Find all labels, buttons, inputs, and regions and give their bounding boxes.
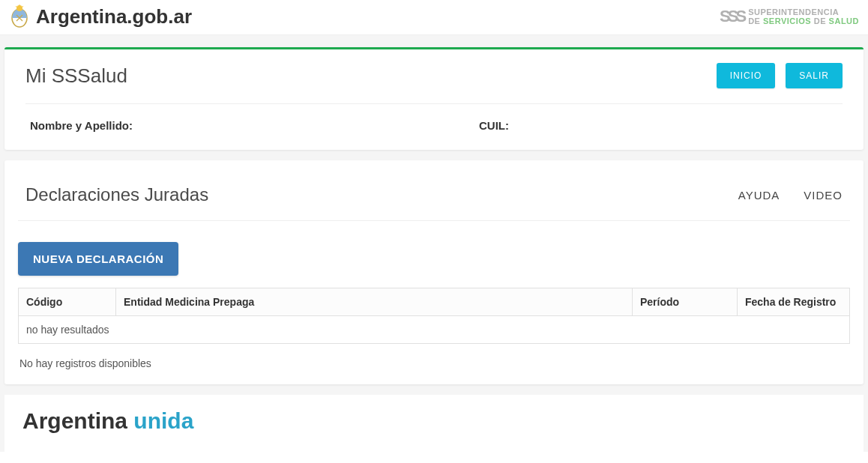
declarations-header-row: Declaraciones Juradas AYUDA VIDEO: [18, 177, 850, 221]
profile-header-row: Mi SSSalud INICIO SALIR: [25, 63, 843, 104]
page-body: Mi SSSalud INICIO SALIR Nombre y Apellid…: [0, 35, 868, 452]
inicio-button[interactable]: INICIO: [717, 63, 776, 88]
name-field: Nombre y Apellido:: [30, 119, 434, 132]
name-label: Nombre y Apellido:: [30, 119, 133, 132]
col-codigo: Código: [19, 288, 116, 316]
footer: Argentina unida: [4, 395, 864, 452]
declarations-links: AYUDA VIDEO: [738, 189, 843, 202]
profile-button-group: INICIO SALIR: [717, 63, 843, 88]
nueva-declaracion-button[interactable]: NUEVA DECLARACIÓN: [18, 242, 178, 276]
declarations-table: Código Entidad Medicina Prepaga Período …: [18, 288, 850, 344]
table-footer-text: No hay registros disponibles: [18, 344, 850, 377]
declarations-title: Declaraciones Juradas: [25, 184, 208, 205]
footer-brand-accent: unida: [133, 408, 193, 433]
col-fecha: Fecha de Registro: [738, 288, 850, 316]
user-info-row: Nombre y Apellido: CUIL:: [25, 119, 843, 132]
site-title: Argentina.gob.ar: [36, 5, 192, 28]
profile-title: Mi SSSalud: [25, 64, 127, 88]
cuil-field: CUIL:: [479, 119, 509, 132]
declarations-card: Declaraciones Juradas AYUDA VIDEO NUEVA …: [4, 160, 864, 384]
sss-org-text: SUPERINTENDENCIA DE SERVICIOS DE SALUD: [748, 7, 859, 25]
brand-block[interactable]: Argentina.gob.ar: [9, 4, 192, 28]
empty-cell: no hay resultados: [19, 316, 850, 344]
svg-line-3: [16, 6, 17, 7]
svg-line-4: [22, 6, 24, 7]
table-empty-row: no hay resultados: [19, 316, 850, 344]
top-bar: Argentina.gob.ar SSS SUPERINTENDENCIA DE…: [0, 0, 868, 35]
svg-point-1: [16, 5, 22, 11]
footer-brand-a: Argentina: [22, 408, 133, 433]
sss-mark-icon: SSS: [720, 7, 744, 26]
profile-card: Mi SSSalud INICIO SALIR Nombre y Apellid…: [4, 47, 864, 150]
ayuda-link[interactable]: AYUDA: [738, 189, 780, 202]
argentina-shield-icon: [9, 4, 30, 28]
video-link[interactable]: VIDEO: [804, 189, 843, 202]
salir-button[interactable]: SALIR: [786, 63, 843, 88]
col-entidad: Entidad Medicina Prepaga: [116, 288, 633, 316]
col-periodo: Período: [633, 288, 738, 316]
sss-logo: SSS SUPERINTENDENCIA DE SERVICIOS DE SAL…: [720, 7, 859, 26]
footer-brand: Argentina unida: [22, 408, 846, 434]
cuil-label: CUIL:: [479, 119, 509, 132]
table-header-row: Código Entidad Medicina Prepaga Período …: [19, 288, 850, 316]
